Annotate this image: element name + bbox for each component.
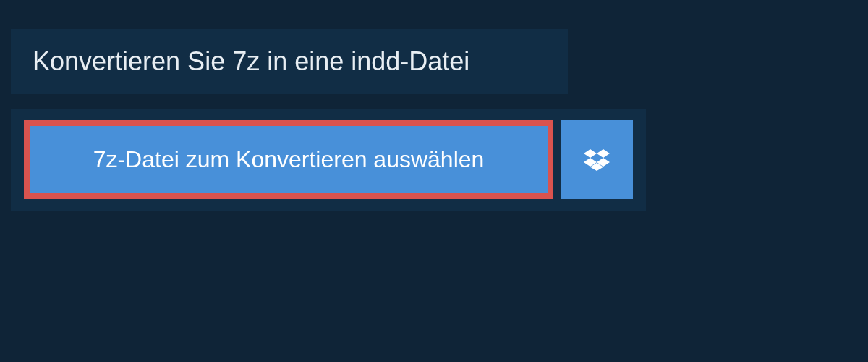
dropbox-icon — [584, 147, 610, 173]
header-bar: Konvertieren Sie 7z in eine indd-Datei — [11, 29, 568, 94]
upload-actions-panel: 7z-Datei zum Konvertieren auswählen — [11, 109, 646, 211]
page-title: Konvertieren Sie 7z in eine indd-Datei — [33, 46, 546, 77]
dropbox-button[interactable] — [561, 120, 633, 199]
select-file-button[interactable]: 7z-Datei zum Konvertieren auswählen — [24, 120, 553, 199]
select-file-label: 7z-Datei zum Konvertieren auswählen — [93, 146, 485, 173]
